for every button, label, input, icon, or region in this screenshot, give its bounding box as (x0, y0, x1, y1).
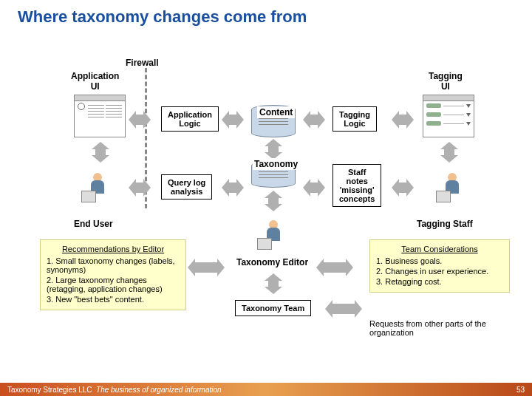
tax-editor-label: Taxonomy Editor (236, 257, 308, 267)
arrow-icon (303, 179, 325, 197)
page-number: 53 (516, 386, 525, 394)
tag-staff-label: Tagging Staff (417, 219, 473, 229)
arrow-icon (303, 111, 325, 129)
tag-ui-label: Tagging UI (429, 71, 463, 92)
arrow-icon (188, 259, 225, 276)
app-ui-label: Application UI (71, 71, 119, 92)
app-logic-box: Application Logic (161, 106, 219, 132)
footer-bar: Taxonomy Strategies LLC The business of … (0, 383, 532, 396)
team-item: 2. Changes in user experience. (376, 267, 503, 276)
arrow-icon (92, 142, 109, 163)
arrow-icon (222, 111, 244, 129)
arrow-icon (316, 259, 353, 276)
slide-title: Where taxonomy changes come from (18, 7, 307, 27)
recommendations-note: Recommendations by Editor 1. Small taxon… (40, 239, 186, 310)
arrow-icon (392, 179, 414, 197)
footer-left: Taxonomy Strategies LLC The business of … (7, 386, 222, 394)
content-label: Content (257, 106, 295, 118)
person-icon (86, 173, 109, 202)
arrow-icon (265, 139, 282, 160)
arrow-icon (129, 111, 151, 129)
recs-item: 2. Large taxonomy changes (retagging, ap… (47, 276, 180, 293)
recs-item: 3. New "best bets" content. (47, 295, 180, 304)
taxonomy-label: Taxonomy (253, 158, 299, 170)
person-icon (440, 173, 464, 202)
arrow-icon (392, 111, 414, 129)
recs-heading: Recommendations by Editor (47, 245, 180, 253)
end-user-label: End User (74, 219, 113, 229)
recs-item: 1. Small taxonomy changes (labels, synon… (47, 256, 180, 274)
arrow-icon (265, 191, 282, 211)
firewall-label: Firewall (126, 58, 159, 68)
team-note: Team Considerations 1. Business goals. 2… (369, 239, 510, 293)
person-icon (262, 220, 285, 250)
arrow-icon (222, 179, 244, 197)
team-heading: Team Considerations (376, 245, 503, 253)
query-log-box: Query log analysis (161, 174, 212, 200)
tag-ui-icon (423, 95, 474, 137)
team-item: 1. Business goals. (376, 256, 503, 265)
staff-notes-box: Staff notes 'missing' concepts (332, 164, 381, 207)
tax-team-box: Taxonomy Team (235, 300, 311, 316)
arrow-icon (325, 300, 362, 318)
app-ui-icon (74, 95, 126, 137)
tag-logic-box: Tagging Logic (332, 106, 377, 132)
arrow-icon (265, 273, 282, 294)
team-item: 3. Retagging cost. (376, 277, 503, 286)
requests-text: Requests from other parts of the organiz… (369, 319, 510, 337)
arrow-icon (440, 142, 458, 163)
arrow-icon (129, 179, 151, 197)
